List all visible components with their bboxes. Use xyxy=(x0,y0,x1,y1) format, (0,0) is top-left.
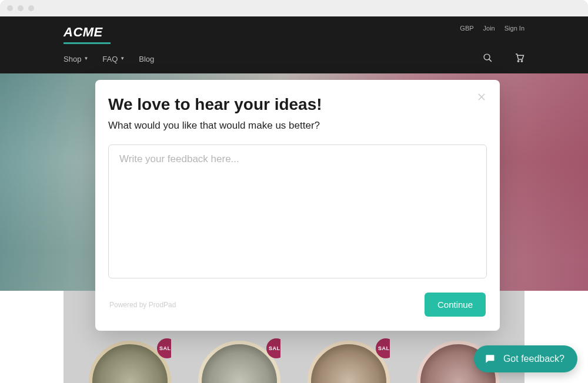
cart-icon[interactable] xyxy=(514,52,524,65)
nav-faq[interactable]: FAQ ▼ xyxy=(102,55,125,63)
product-card[interactable]: SALE xyxy=(198,338,280,383)
feedback-launcher-label: Got feedback? xyxy=(503,354,564,364)
feedback-textarea[interactable] xyxy=(119,153,476,270)
continue-button[interactable]: Continue xyxy=(425,293,486,317)
svg-point-3 xyxy=(521,61,522,62)
modal-subtitle: What would you like that would make us b… xyxy=(95,114,500,132)
powered-by: Powered by ProdPad xyxy=(109,301,176,309)
window-dot xyxy=(7,5,13,11)
window-dot xyxy=(28,5,34,11)
brand-logo[interactable]: ACME xyxy=(64,22,524,41)
window-dot xyxy=(18,5,24,11)
main-nav: Shop ▼ FAQ ▼ Blog xyxy=(64,44,524,73)
chat-icon xyxy=(483,352,496,365)
feedback-modal: We love to hear your ideas! What would y… xyxy=(95,80,500,331)
search-icon[interactable] xyxy=(483,53,493,65)
feedback-field-wrapper xyxy=(108,145,487,278)
chevron-down-icon: ▼ xyxy=(120,56,125,61)
svg-point-2 xyxy=(517,61,519,62)
chevron-down-icon: ▼ xyxy=(83,56,88,61)
site-header: GBP Join Sign In ACME Shop ▼ FAQ ▼ Blog xyxy=(0,16,588,73)
close-icon xyxy=(476,92,487,102)
modal-title: We love to hear your ideas! xyxy=(95,95,500,114)
svg-line-1 xyxy=(489,59,492,61)
nav-shop[interactable]: Shop ▼ xyxy=(64,55,88,63)
signin-link[interactable]: Sign In xyxy=(505,25,524,32)
browser-chrome xyxy=(0,0,588,16)
nav-blog[interactable]: Blog xyxy=(139,55,154,63)
feedback-launcher[interactable]: Got feedback? xyxy=(474,345,577,372)
nav-label: FAQ xyxy=(102,55,118,63)
currency-switch[interactable]: GBP xyxy=(460,25,473,32)
nav-label: Blog xyxy=(139,55,154,63)
svg-point-0 xyxy=(484,54,490,60)
close-button[interactable] xyxy=(475,90,488,103)
utility-links: GBP Join Sign In xyxy=(460,25,524,32)
product-card[interactable]: SALE xyxy=(308,338,390,383)
nav-label: Shop xyxy=(64,55,81,63)
product-card[interactable]: SALE xyxy=(89,338,171,383)
join-link[interactable]: Join xyxy=(483,25,495,32)
